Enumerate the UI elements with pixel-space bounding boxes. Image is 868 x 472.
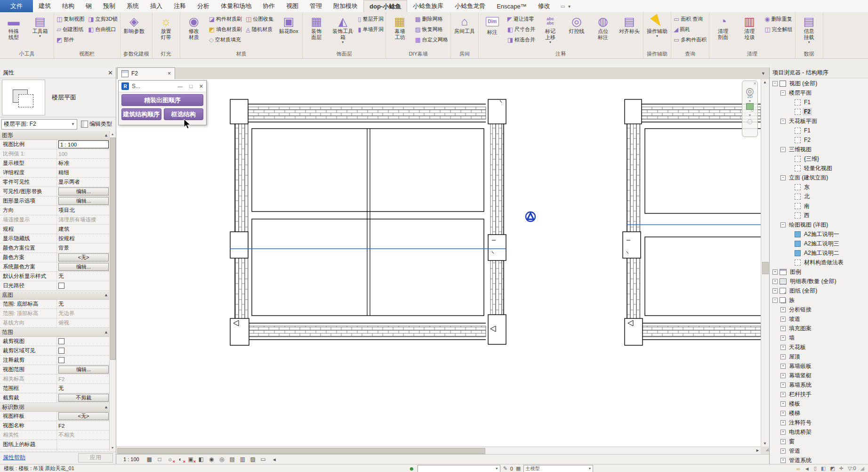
scroll-up-icon[interactable]: ▲ — [110, 131, 115, 137]
ribbon-button-特殊线型[interactable]: ▬特殊 线型 — [1, 13, 26, 41]
expand-icon[interactable]: + — [780, 448, 786, 454]
tree-item-墙[interactable]: +墙 — [770, 333, 868, 342]
expand-icon[interactable]: + — [780, 411, 786, 416]
scroll-down-icon[interactable]: ▼ — [110, 445, 115, 451]
property-section-图形[interactable]: 图形▲ — [0, 131, 110, 140]
ribbon-button-标注[interactable]: Dim标注 — [480, 13, 505, 36]
tree-item-三维视图[interactable]: −三维视图 — [770, 145, 868, 154]
crop-view-icon[interactable]: ▣× — [187, 456, 195, 464]
ribbon-button-框选合并[interactable]: ◨框选合并 — [506, 35, 537, 45]
tree-item-楼板[interactable]: +楼板 — [770, 399, 868, 408]
ribbon-button-点位标注[interactable]: ◍点位 标注 — [590, 13, 616, 41]
scroll-right-icon[interactable]: ► — [755, 448, 760, 453]
ribbon-button-房间工具[interactable]: ⌂房间工具 — [452, 13, 477, 35]
horizontal-scroll-thumb[interactable] — [117, 448, 485, 454]
sun-path-icon[interactable]: ☼× — [166, 456, 174, 464]
menu-tab-8[interactable]: 分析 — [192, 0, 215, 12]
navbar-dropdown-icon[interactable]: ▼ — [748, 99, 752, 103]
menu-tab-13[interactable]: 附加模块 — [328, 0, 363, 12]
ribbon-button-位图收集[interactable]: ◫位图收集 — [244, 14, 275, 24]
tree-item-栏杆扶手[interactable]: +栏杆扶手 — [770, 390, 868, 399]
tree-item-西[interactable]: 西 — [770, 211, 868, 220]
analytical-model-icon[interactable]: ▨ — [249, 456, 257, 464]
property-checkbox[interactable] — [58, 348, 64, 354]
crop-region-icon[interactable]: ◧ — [197, 456, 205, 464]
tree-item-屋顶[interactable]: +屋顶 — [770, 352, 868, 361]
tree-item-楼层平面[interactable]: −楼层平面 — [770, 88, 868, 98]
select-by-face-icon[interactable]: ◩ — [830, 465, 835, 472]
tree-item-幕墙系统[interactable]: +幕墙系统 — [770, 380, 868, 390]
property-button[interactable]: 编辑... — [58, 197, 109, 205]
filter-icon[interactable]: ▽:0 — [848, 465, 856, 472]
property-section-标识数据[interactable]: 标识数据▲ — [0, 403, 110, 412]
ribbon-button-装饰面层[interactable]: ▦装饰 面层 — [304, 13, 329, 41]
horizontal-scrollbar[interactable]: ► — [116, 447, 761, 455]
tree-item-东[interactable]: 东 — [770, 182, 868, 192]
close-icon[interactable]: ✕ — [199, 83, 203, 90]
tree-item-窗[interactable]: +窗 — [770, 437, 868, 446]
ribbon-button-完全解组[interactable]: ◫完全解组 — [763, 24, 794, 34]
maximize-icon[interactable]: □ — [189, 83, 193, 90]
collapse-viewbar-icon[interactable]: ◄ — [272, 457, 277, 462]
view-tab-f2[interactable]: F2 × — [117, 67, 175, 79]
menu-tab-9[interactable]: 体量和场地 — [215, 0, 257, 12]
property-section-底图[interactable]: 底图▲ — [0, 291, 110, 300]
tree-item-立面 (建筑立面)[interactable]: −立面 (建筑立面) — [770, 173, 868, 182]
ribbon-button-随机材质[interactable]: ◬随机材质 — [244, 24, 275, 34]
properties-help-link[interactable]: 属性帮助 — [3, 454, 25, 462]
collapse-icon[interactable]: − — [780, 222, 786, 228]
tree-item-坡道[interactable]: +坡道 — [770, 314, 868, 324]
menu-tab-5[interactable]: 系统 — [121, 0, 145, 12]
tree-item-南[interactable]: 南 — [770, 201, 868, 211]
tree-item-图纸 (全部)[interactable]: +图纸 (全部) — [770, 286, 868, 295]
ribbon-button-整层开洞[interactable]: ▯整层开洞 — [356, 14, 385, 24]
ribbon-button-面积 查询[interactable]: ▭面积 查询 — [672, 14, 708, 24]
dialog-titlebar[interactable]: R S... — □ ✕ — [119, 81, 206, 92]
ribbon-button-自由视口[interactable]: ◧自由视口 — [87, 24, 119, 34]
tree-item-天花板[interactable]: +天花板 — [770, 342, 868, 352]
property-checkbox[interactable] — [58, 338, 64, 344]
property-checkbox[interactable] — [58, 283, 64, 289]
ribbon-button-信息挂载[interactable]: ▤信息 挂载▼ — [796, 13, 822, 45]
tree-item-视图 (全部)[interactable]: −视图 (全部) — [770, 79, 868, 88]
expand-icon[interactable]: + — [780, 430, 786, 435]
shadows-icon[interactable]: ◐× — [177, 456, 185, 464]
menu-tab-12[interactable]: 管理 — [304, 0, 328, 12]
drawing-area[interactable]: R S... — □ ✕ 精装出图顺序 建筑结构顺序 框选结构 — [116, 79, 761, 447]
ribbon-button-多构件面积[interactable]: ▭多构件面积 — [672, 35, 708, 45]
ribbon-button-清理垃圾[interactable]: ▥清理 垃圾 — [737, 13, 762, 41]
navbar-close-icon[interactable]: ✕ — [753, 82, 756, 86]
tree-item-A2施工说明一[interactable]: A2施工说明一 — [770, 229, 868, 239]
expand-icon[interactable]: + — [780, 392, 786, 397]
expand-icon[interactable]: + — [780, 364, 786, 369]
ribbon-button-标记上移[interactable]: abcabc标记 上移▼ — [538, 13, 563, 45]
expand-icon[interactable]: + — [772, 269, 778, 275]
scroll-thumb[interactable] — [110, 138, 116, 360]
menu-tab-10[interactable]: 协作 — [257, 0, 281, 12]
property-button[interactable]: <无> — [58, 412, 109, 420]
tree-item-轻量化视图[interactable]: 轻量化视图 — [770, 163, 868, 173]
temporary-view-properties-icon[interactable]: ▤ — [228, 456, 236, 464]
menu-tab-17[interactable]: Enscape™ — [491, 0, 532, 12]
chain-icon[interactable]: ∞ — [796, 466, 800, 472]
tree-item-族[interactable]: −族 — [770, 295, 868, 305]
navigation-bar[interactable]: ✕ ◎ 2D ▼ ○ ▼ ◯ — [742, 81, 758, 137]
tree-item-明细表/数量 (全部)[interactable]: +明细表/数量 (全部) — [770, 277, 868, 286]
menu-tab-7[interactable]: 注释 — [168, 0, 192, 12]
expand-icon[interactable]: + — [780, 373, 786, 378]
detail-level-icon[interactable]: ▦ — [145, 456, 153, 464]
property-button[interactable]: 编辑... — [58, 187, 109, 195]
properties-close-icon[interactable]: ✕ — [108, 69, 113, 76]
ribbon-button-幕墙工坊[interactable]: ▦幕墙 工坊 — [387, 13, 412, 41]
ribbon-button-放置灯带[interactable]: ☼放置 灯带 — [153, 13, 179, 41]
expand-icon[interactable]: + — [780, 326, 786, 331]
ribbon-button-贴花Box[interactable]: ▣贴花Box — [276, 13, 301, 35]
ribbon-button-填色材质刷[interactable]: ◩填色材质刷 — [208, 24, 243, 34]
ribbon-button-工具箱[interactable]: ▤工具箱▼ — [27, 13, 53, 39]
expand-icon[interactable]: + — [772, 288, 778, 293]
tree-item-F2[interactable]: F2 — [770, 135, 868, 145]
ribbon-button-对齐标头[interactable]: ▤对齐标头 — [617, 13, 642, 35]
refined-drawing-order-button[interactable]: 精装出图顺序 — [121, 94, 203, 106]
tree-item-F1[interactable]: F1 — [770, 98, 868, 107]
menu-tab-2[interactable]: 结构 — [56, 0, 80, 12]
